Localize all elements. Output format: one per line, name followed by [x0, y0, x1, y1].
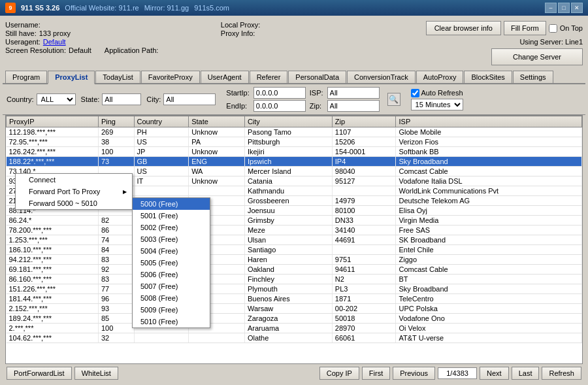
proxy-info-label: Proxy Info: — [221, 29, 255, 37]
tab-todaylist[interactable]: TodayList — [95, 71, 140, 83]
alt-site: 911s5.com — [194, 4, 229, 12]
tab-useragent[interactable]: UserAgent — [201, 71, 249, 83]
zip-label: Zip: — [310, 102, 323, 110]
first-button[interactable]: First — [362, 367, 390, 380]
context-forward-port[interactable]: Forward Port To Proxy 5000 (Free)5001 (F… — [16, 186, 132, 197]
context-forward-5000[interactable]: Forward 5000 ~ 5010 — [16, 197, 132, 209]
table-row[interactable]: 2.152.***,***93nowWarsaw00-202UPC Polska — [7, 304, 582, 314]
app-title: 911 S5 3.26 — [21, 4, 59, 12]
table-header-zip[interactable]: Zip — [332, 116, 396, 127]
username-label: Username: — [5, 21, 41, 29]
mirror-link[interactable]: Mirror: 911.gg — [144, 4, 189, 12]
table-row[interactable]: 69.181.***,***92Oakland94611Comcast Cabl… — [7, 265, 582, 275]
table-header-city[interactable]: City — [244, 116, 332, 127]
previous-button[interactable]: Previous — [393, 367, 435, 380]
port-forward-list-button[interactable]: PortForwardList — [7, 367, 72, 380]
table-row[interactable]: 94.212.***,***83Haren9751Ziggo — [7, 255, 582, 265]
still-have-value: 133 proxy — [39, 29, 71, 37]
tab-program[interactable]: Program — [5, 71, 47, 83]
screen-res-value: Default — [69, 46, 91, 54]
city-label: City: — [146, 95, 161, 103]
startip-input[interactable] — [253, 87, 306, 99]
table-row[interactable]: 72.95.***,***38USPAPittsburgh15206Verizo… — [7, 137, 582, 147]
app-icon: 9 — [5, 3, 16, 13]
submenu-item-5001-(Free)[interactable]: 5001 (Free) — [133, 210, 210, 222]
table-header-state[interactable]: State — [189, 116, 245, 127]
context-connect[interactable]: Connect — [16, 174, 132, 186]
tab-personaldata[interactable]: PersonalData — [288, 71, 346, 83]
on-top-label: On Top — [549, 24, 583, 33]
table-row[interactable]: 104.62.***,***32Olathe66061AT&T U-verse — [7, 333, 582, 343]
fill-form-button[interactable]: Fill Form — [504, 21, 546, 35]
table-row[interactable]: 189.24.***,***85Zaragoza50018Vodafone On… — [7, 314, 582, 324]
last-button[interactable]: Last — [512, 367, 540, 380]
table-row[interactable]: 126.242.***,***100JPUnknowIkejiri154-000… — [7, 147, 582, 157]
white-list-button[interactable]: WhiteList — [74, 367, 118, 380]
tab-referer[interactable]: Referer — [250, 71, 288, 83]
website-link[interactable]: Official Website: 911.re — [65, 4, 139, 12]
submenu-item-5002-(Free)[interactable]: 5002 (Free) — [133, 222, 210, 233]
table-row[interactable]: 78.200.***,***86CMeze34140Free SAS — [7, 226, 582, 235]
app-path-label: Application Path: — [105, 46, 159, 54]
table-row[interactable]: 86.160.***,***83sFinchleyN2BT — [7, 275, 582, 284]
submenu-item-5004-(Free)[interactable]: 5004 (Free) — [133, 245, 210, 257]
table-row[interactable]: 112.198.***,***269PHUnknowPasong Tamo110… — [7, 127, 582, 137]
table-header-country[interactable]: Country — [134, 116, 189, 127]
tab-autoproxy[interactable]: AutoProxy — [416, 71, 464, 83]
clear-browser-info-button[interactable]: Clear browser info — [426, 21, 501, 35]
auto-refresh-checkbox[interactable] — [411, 89, 419, 97]
table-row[interactable]: 2.***,***100Araruama28970Oi Velox — [7, 324, 582, 333]
submenu-item-5006-(Free)[interactable]: 5006 (Free) — [133, 269, 210, 280]
table-row[interactable]: 188.22*.***,***73GBENGIpswichIP4Sky Broa… — [7, 157, 582, 167]
table-header-isp[interactable]: ISP — [396, 116, 582, 127]
screen-res-label: Screen Resolution: — [5, 46, 66, 54]
useragent-label: Useragent: — [5, 38, 41, 46]
minimize-button[interactable]: – — [545, 3, 557, 13]
table-row[interactable]: 151.226.***,***77PlymouthPL3Sky Broadban… — [7, 284, 582, 294]
auto-refresh-label: Auto Refresh — [421, 89, 463, 97]
submenu-item-5005-(Free)[interactable]: 5005 (Free) — [133, 257, 210, 269]
bottom-bar: PortForwardList WhiteList Copy IP First … — [3, 364, 585, 382]
tab-proxylist[interactable]: ProxyList — [48, 71, 95, 84]
refresh-button[interactable]: Refresh — [542, 367, 581, 380]
submenu-item-5010-(Free)[interactable]: 5010 (Free) — [133, 316, 210, 327]
next-button[interactable]: Next — [480, 367, 509, 380]
useragent-value[interactable]: Default — [43, 38, 66, 46]
submenu-item-5007-(Free)[interactable]: 5007 (Free) — [133, 280, 210, 292]
startip-label: StartIp: — [226, 89, 249, 97]
minutes-select[interactable]: 15 Minutes — [411, 99, 463, 110]
table-row[interactable]: 86.24.*82GrimsbyDN33Virgin Media — [7, 216, 582, 226]
endip-input[interactable] — [253, 100, 306, 112]
change-server-button[interactable]: Change Server — [491, 48, 583, 65]
table-header-ping[interactable]: Ping — [98, 116, 134, 127]
table-row[interactable]: 181.44.***,***96Buenos Aires1871TeleCent… — [7, 294, 582, 304]
city-input[interactable] — [163, 93, 216, 105]
tab-settings[interactable]: Settings — [513, 71, 553, 83]
submenu-item-5003-(Free)[interactable]: 5003 (Free) — [133, 233, 210, 245]
endip-label: EndIp: — [226, 102, 249, 110]
on-top-checkbox[interactable] — [549, 24, 557, 33]
copy-ip-button[interactable]: Copy IP — [319, 367, 359, 380]
table-row[interactable]: 186.10.***,***84SantiagoEntel Chile — [7, 245, 582, 255]
maximize-button[interactable]: □ — [558, 3, 570, 13]
zip-input[interactable] — [327, 100, 380, 112]
state-label: State: — [81, 95, 100, 103]
local-proxy-label: Local Proxy: — [221, 21, 261, 29]
isp-input[interactable] — [327, 87, 380, 99]
isp-label: ISP: — [310, 89, 323, 97]
table-header-proxyip[interactable]: ProxyIP — [7, 116, 99, 127]
country-select[interactable]: ALL — [37, 93, 76, 105]
tab-conversiontrack[interactable]: ConversionTrack — [347, 71, 416, 83]
filter-bar: Country: ALL State: City: StartIp: ISP: … — [3, 84, 585, 115]
table-row[interactable]: 1.253.***,***74nowUlsan44691SK Broadband — [7, 235, 582, 245]
table-container: ProxyIPPingCountryStateCityZipISP 112.19… — [5, 115, 583, 364]
tab-blocksites[interactable]: BlockSites — [464, 71, 512, 83]
submenu-item-5008-(Free)[interactable]: 5008 (Free) — [133, 292, 210, 304]
search-icon-btn[interactable]: 🔍 — [387, 93, 400, 106]
tab-favoriteproxy[interactable]: FavoriteProxy — [141, 71, 200, 83]
submenu-item-5000-(Free)[interactable]: 5000 (Free) — [133, 198, 210, 210]
submenu-item-5009-(Free)[interactable]: 5009 (Free) — [133, 304, 210, 316]
state-input[interactable] — [102, 93, 141, 105]
still-have-label: Still have: — [5, 29, 37, 37]
close-button[interactable]: ✕ — [571, 3, 583, 13]
